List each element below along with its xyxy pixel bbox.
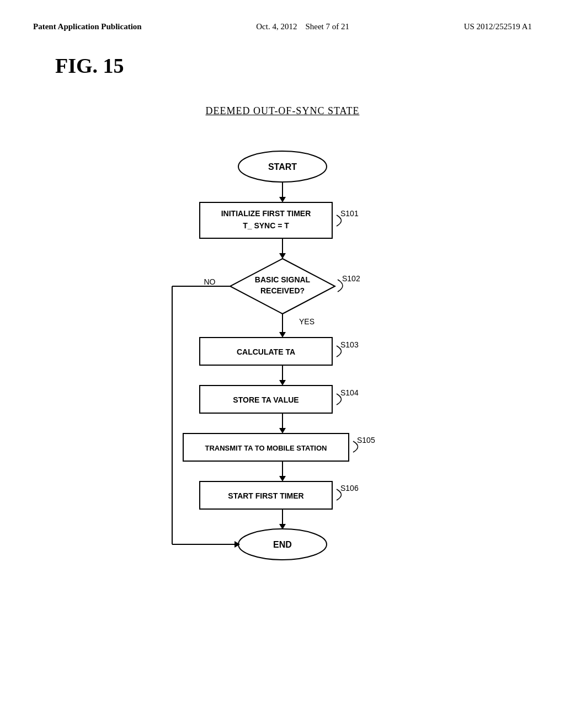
figure-title: FIG. 15 [55,53,532,78]
svg-text:STORE TA VALUE: STORE TA VALUE [233,395,299,404]
page: Patent Application Publication Oct. 4, 2… [0,0,565,728]
header-date-sheet: Oct. 4, 2012 Sheet 7 of 21 [256,22,349,31]
svg-marker-27 [279,428,286,433]
diagram: DEEMED OUT-OF-SYNC STATE START INITIALIZ… [33,105,532,597]
svg-text:S104: S104 [340,388,359,397]
state-label: DEEMED OUT-OF-SYNC STATE [206,105,360,117]
svg-marker-22 [279,380,286,386]
svg-text:S101: S101 [340,209,359,218]
svg-text:START: START [268,162,297,172]
svg-text:S103: S103 [340,340,359,349]
header-sheet: Sheet 7 of 21 [305,22,349,31]
svg-text:CALCULATE TA: CALCULATE TA [237,347,295,356]
svg-text:S105: S105 [357,436,375,445]
header-publication: Patent Application Publication [33,22,142,31]
svg-rect-4 [200,202,332,238]
svg-marker-3 [279,197,286,202]
svg-text:END: END [273,540,292,549]
svg-text:YES: YES [299,317,315,326]
flowchart-svg: START INITIALIZE FIRST TIMER T_ SYNC = T… [117,144,448,597]
svg-text:BASIC SIGNAL: BASIC SIGNAL [255,275,311,284]
svg-text:NO: NO [204,277,216,286]
svg-text:S106: S106 [340,484,359,493]
header: Patent Application Publication Oct. 4, 2… [33,22,532,31]
header-date: Oct. 4, 2012 [256,22,297,31]
svg-text:RECEIVED?: RECEIVED? [260,286,305,295]
svg-text:S102: S102 [342,274,360,283]
svg-text:START FIRST TIMER: START FIRST TIMER [228,491,303,500]
svg-text:T_ SYNC = T: T_ SYNC = T [243,221,289,230]
svg-marker-9 [279,253,286,259]
svg-text:INITIALIZE FIRST TIMER: INITIALIZE FIRST TIMER [221,209,311,218]
svg-text:TRANSMIT TA TO MOBILE STATION: TRANSMIT TA TO MOBILE STATION [205,444,327,452]
svg-marker-32 [279,476,286,481]
svg-marker-17 [279,332,286,338]
header-patent-number: US 2012/252519 A1 [464,22,532,31]
